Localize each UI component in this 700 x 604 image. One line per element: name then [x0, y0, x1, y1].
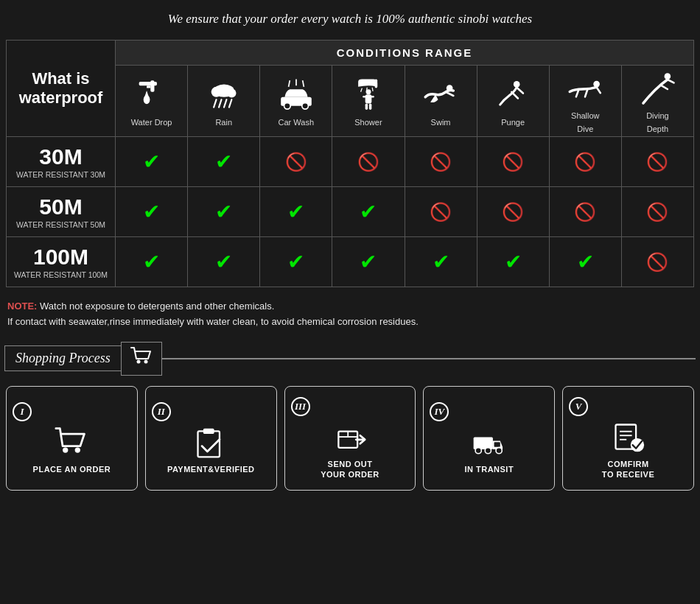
- row-50m: 50M WATER RESISTANT 50M ✔ ✔ ✔ ✔ 🚫 🚫 🚫 🚫: [7, 187, 694, 237]
- col-swim: Swim: [405, 66, 477, 137]
- step-label-5: COMFIRM TO RECEIVE: [602, 459, 654, 480]
- shopping-cart-icon: [121, 342, 162, 376]
- waterproof-table: What is waterproof CONDITIONS RANGE: [6, 40, 694, 287]
- svg-line-39: [662, 85, 668, 89]
- svg-rect-2: [147, 85, 150, 88]
- cart-icon: [55, 426, 88, 460]
- col-punge: Punge: [477, 66, 549, 137]
- note-line1: NOTE: Watch not exposure to detergents a…: [7, 299, 693, 315]
- svg-point-13: [284, 103, 290, 110]
- 100m-punge: ✔: [477, 237, 549, 287]
- 100m-rain: ✔: [188, 237, 260, 287]
- level-50m: 50M WATER RESISTANT 50M: [7, 187, 116, 237]
- col-water-drop: Water Drop: [116, 66, 188, 137]
- svg-point-42: [63, 447, 68, 452]
- svg-line-29: [446, 92, 453, 96]
- svg-rect-44: [198, 431, 220, 457]
- process-steps: I PLACE AN ORDER II PAYMENT&VERIFIED III: [4, 386, 696, 491]
- svg-rect-51: [494, 442, 500, 447]
- svg-point-14: [302, 103, 309, 110]
- 50m-diving-depth: 🚫: [621, 187, 693, 237]
- svg-point-53: [485, 447, 491, 453]
- svg-rect-1: [150, 80, 154, 92]
- send-icon: [333, 421, 367, 454]
- note-text1: Watch not exposure to detergents and oth…: [37, 301, 274, 312]
- 30m-diving-depth: 🚫: [621, 137, 693, 187]
- svg-rect-18: [375, 79, 377, 88]
- 100m-shower: ✔: [332, 237, 405, 287]
- col-shower: Shower: [332, 66, 405, 137]
- row-100m: 100M WATER RESISTANT 100M ✔ ✔ ✔ ✔ ✔ ✔ ✔ …: [7, 237, 694, 287]
- svg-line-27: [372, 88, 373, 91]
- col-shallow-dive: ShallowDive: [549, 66, 621, 137]
- step-number-1: I: [13, 402, 32, 421]
- waterproof-section: What is waterproof CONDITIONS RANGE: [0, 34, 700, 292]
- 30m-punge: 🚫: [477, 137, 549, 187]
- 100m-diving-depth: 🚫: [621, 237, 693, 287]
- 30m-water-drop: ✔: [116, 137, 188, 187]
- col-diving-depth: DivingDepth: [621, 66, 693, 137]
- 50m-swim: 🚫: [405, 187, 477, 237]
- step-number-5: V: [569, 397, 588, 416]
- confirm-icon: [612, 421, 645, 454]
- 100m-water-drop: ✔: [116, 237, 188, 287]
- svg-rect-24: [369, 103, 371, 110]
- 30m-shower: 🚫: [332, 137, 405, 187]
- step-number-3: III: [291, 397, 310, 416]
- step-label-4: IN TRANSIT: [464, 464, 514, 474]
- 30m-rain: ✔: [188, 137, 260, 187]
- svg-point-52: [475, 447, 481, 453]
- svg-marker-4: [144, 91, 149, 98]
- svg-line-34: [597, 87, 601, 93]
- shopping-section: Shopping Process I PLACE AN ORDER II: [0, 334, 700, 499]
- svg-point-40: [136, 359, 140, 363]
- svg-line-38: [668, 80, 674, 82]
- 100m-shallow-dive: ✔: [549, 237, 621, 287]
- col-car-wash: Car Wash: [260, 66, 332, 137]
- svg-line-31: [517, 88, 523, 94]
- truck-icon: [472, 426, 506, 460]
- 30m-car-wash: 🚫: [260, 137, 332, 187]
- note-line2: If contact with seawater,rinse immediate…: [7, 315, 693, 330]
- svg-point-6: [211, 87, 221, 97]
- svg-point-43: [75, 447, 80, 452]
- 50m-water-drop: ✔: [116, 187, 188, 237]
- step-label-3: SEND OUT YOUR ORDER: [321, 459, 379, 480]
- level-100m: 100M WATER RESISTANT 100M: [7, 237, 116, 287]
- 50m-rain: ✔: [188, 187, 260, 237]
- notes-section: NOTE: Watch not exposure to detergents a…: [0, 292, 700, 334]
- 100m-swim: ✔: [405, 237, 477, 287]
- payment-icon: [194, 426, 228, 460]
- svg-rect-22: [371, 96, 374, 98]
- 50m-shower: ✔: [332, 187, 405, 237]
- svg-rect-45: [203, 428, 214, 433]
- step-label-2: PAYMENT&VERIFIED: [167, 464, 255, 474]
- level-30m: 30M WATER RESISTANT 30M: [7, 137, 116, 187]
- svg-line-8: [214, 99, 216, 107]
- svg-point-54: [496, 447, 502, 453]
- step-in-transit: IV IN TRANSIT: [423, 386, 555, 491]
- svg-line-17: [302, 80, 304, 87]
- 50m-car-wash: ✔: [260, 187, 332, 237]
- 50m-shallow-dive: 🚫: [549, 187, 621, 237]
- svg-rect-20: [365, 94, 372, 103]
- row-30m: 30M WATER RESISTANT 30M ✔ ✔ 🚫 🚫 🚫 🚫 🚫 🚫: [7, 137, 694, 187]
- svg-rect-23: [365, 103, 368, 110]
- svg-rect-21: [363, 96, 366, 98]
- svg-line-32: [511, 92, 518, 99]
- svg-line-25: [361, 88, 363, 92]
- svg-line-11: [229, 99, 231, 107]
- step-confirm: V COMFIRM TO RECEIVE: [562, 386, 694, 491]
- svg-line-26: [366, 88, 367, 91]
- top-banner: We ensure that your order every watch is…: [0, 0, 700, 34]
- 100m-car-wash: ✔: [260, 237, 332, 287]
- note-label: NOTE:: [7, 301, 37, 312]
- conditions-header: CONDITIONS RANGE: [116, 41, 694, 66]
- waterproof-title: What is waterproof: [7, 41, 116, 137]
- 30m-swim: 🚫: [405, 137, 477, 187]
- step-send-out: III SEND OUT YOUR ORDER: [284, 386, 416, 491]
- shopping-title: Shopping Process: [4, 345, 121, 371]
- shopping-header: Shopping Process: [4, 342, 696, 376]
- 50m-punge: 🚫: [477, 187, 549, 237]
- shopping-divider-line: [162, 358, 696, 359]
